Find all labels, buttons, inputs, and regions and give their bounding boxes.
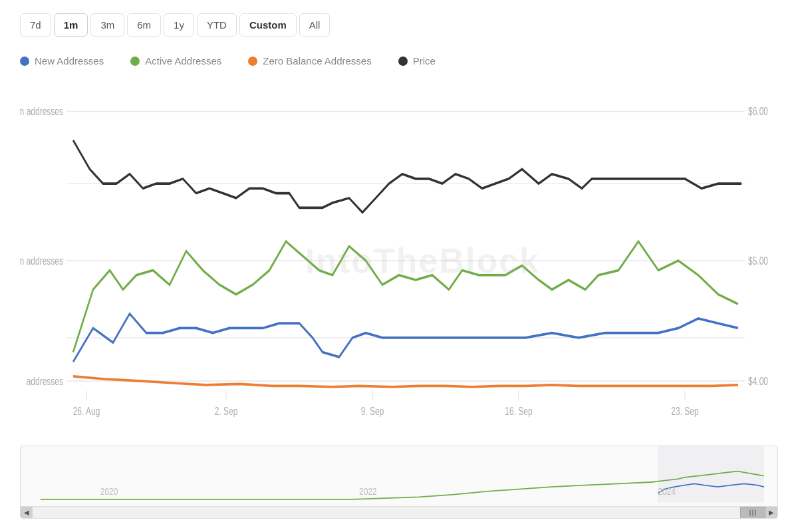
svg-text:2.4m addresses: 2.4m addresses [20,254,63,267]
svg-text:addresses: addresses [27,374,63,388]
navigator-scrollbar[interactable]: ◀ ▶ [21,506,777,518]
legend-new-addresses[interactable]: New Addresses [20,53,104,69]
main-chart[interactable]: IntoTheBlock 4.8m addresses 2.4m address… [20,82,778,439]
svg-text:16. Sep: 16. Sep [505,404,532,417]
svg-text:2020: 2020 [100,486,118,497]
svg-text:4.8m addresses: 4.8m addresses [20,104,63,118]
legend-zero-balance[interactable]: Zero Balance Addresses [248,53,371,69]
chart-svg: 4.8m addresses 2.4m addresses addresses … [20,82,778,439]
legend-label-zero-balance: Zero Balance Addresses [263,55,371,66]
legend-label-new-addresses: New Addresses [35,55,104,66]
legend-dot-active-addresses [130,57,140,66]
time-range-selector: 7d 1m 3m 6m 1y YTD Custom All [20,13,778,37]
legend-label-price: Price [413,55,436,66]
btn-6m[interactable]: 6m [127,13,161,37]
svg-text:2024: 2024 [658,486,676,497]
svg-text:23. Sep: 23. Sep [671,404,698,417]
svg-text:$5.00: $5.00 [748,254,768,267]
btn-1m[interactable]: 1m [54,13,88,37]
svg-text:2022: 2022 [359,486,377,497]
btn-7d[interactable]: 7d [20,13,51,37]
legend-price[interactable]: Price [398,53,436,69]
chart-legend: New Addresses Active Addresses Zero Bala… [20,53,778,69]
scroll-right-button[interactable]: ▶ [765,507,777,519]
legend-dot-new-addresses [20,57,29,66]
legend-dot-zero-balance [248,57,257,66]
svg-text:2. Sep: 2. Sep [215,404,238,417]
btn-1y[interactable]: 1y [164,13,194,37]
btn-custom[interactable]: Custom [239,13,297,37]
scroll-thumb-line-2 [752,509,753,516]
btn-3m[interactable]: 3m [90,13,124,37]
legend-label-active-addresses: Active Addresses [145,55,221,66]
legend-active-addresses[interactable]: Active Addresses [130,53,221,69]
svg-text:26. Aug: 26. Aug [73,404,100,417]
navigator[interactable]: 2020 2022 2024 ◀ ▶ [20,446,778,519]
legend-dot-price [398,57,408,66]
scroll-track[interactable] [33,507,765,519]
scroll-thumb-line-1 [749,509,751,516]
btn-ytd[interactable]: YTD [197,13,237,37]
svg-text:$4.00: $4.00 [748,374,768,388]
btn-all[interactable]: All [299,13,331,37]
scroll-left-button[interactable]: ◀ [21,507,33,519]
scroll-thumb-line-3 [755,509,756,516]
svg-text:9. Sep: 9. Sep [361,404,384,417]
chart-wrapper: IntoTheBlock 4.8m addresses 2.4m address… [20,82,778,519]
svg-text:$6.00: $6.00 [748,104,768,118]
scroll-thumb[interactable] [740,507,765,519]
